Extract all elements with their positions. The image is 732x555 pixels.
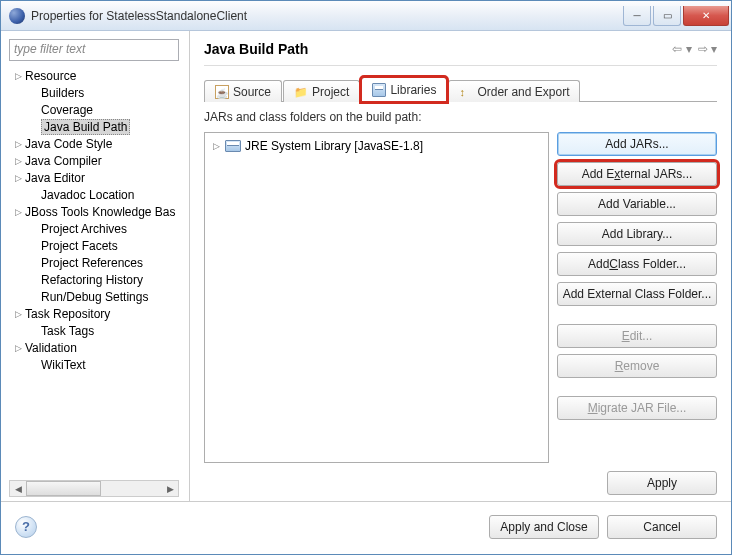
tree-item[interactable]: ▷Project References: [11, 254, 185, 271]
tree-item[interactable]: ▷Java Code Style: [11, 135, 185, 152]
libraries-icon: [372, 83, 386, 97]
tree-item-label: Task Repository: [25, 307, 110, 321]
tree-item-label: Project References: [41, 256, 143, 270]
twisty-icon[interactable]: ▷: [13, 309, 23, 319]
page-title: Java Build Path: [204, 41, 672, 57]
migrate-jar-button[interactable]: Migrate JAR File...: [557, 396, 717, 420]
tree-item-label: Project Facets: [41, 239, 118, 253]
tree-item-label: Task Tags: [41, 324, 94, 338]
tab-source[interactable]: Source: [204, 80, 282, 102]
filter-input[interactable]: type filter text: [9, 39, 179, 61]
category-tree[interactable]: ▷Resource▷Builders▷Coverage▷Java Build P…: [9, 67, 185, 476]
edit-button[interactable]: Edit...: [557, 324, 717, 348]
close-button[interactable]: ✕: [683, 6, 729, 26]
tree-item-label: JBoss Tools Knowledge Bas: [25, 205, 176, 219]
expand-icon[interactable]: ▷: [211, 141, 221, 151]
twisty-icon[interactable]: ▷: [13, 343, 23, 353]
tree-item[interactable]: ▷Builders: [11, 84, 185, 101]
tree-item[interactable]: ▷JBoss Tools Knowledge Bas: [11, 203, 185, 220]
add-external-jars-button[interactable]: Add External JARs...: [557, 162, 717, 186]
tree-item-label: Builders: [41, 86, 84, 100]
tree-item-label: Java Compiler: [25, 154, 102, 168]
tree-item-label: Coverage: [41, 103, 93, 117]
scroll-right-arrow[interactable]: ▶: [162, 484, 178, 494]
tree-item[interactable]: ▷WikiText: [11, 356, 185, 373]
help-button[interactable]: ?: [15, 516, 37, 538]
content-pane: Java Build Path ⇦ ▾ ⇨ ▾ Source Project L…: [189, 31, 731, 501]
build-path-description: JARs and class folders on the build path…: [204, 110, 717, 124]
properties-sidebar: type filter text ▷Resource▷Builders▷Cove…: [1, 31, 189, 501]
minimize-button[interactable]: ─: [623, 6, 651, 26]
tree-item[interactable]: ▷Project Facets: [11, 237, 185, 254]
tree-item-label: WikiText: [41, 358, 86, 372]
tree-item-label: Java Code Style: [25, 137, 112, 151]
tree-item[interactable]: ▷Run/Debug Settings: [11, 288, 185, 305]
tree-item-label: Validation: [25, 341, 77, 355]
tree-item-label: Project Archives: [41, 222, 127, 236]
tree-item-label: Run/Debug Settings: [41, 290, 148, 304]
forward-button[interactable]: ⇨ ▾: [698, 42, 717, 56]
cancel-button[interactable]: Cancel: [607, 515, 717, 539]
tree-item[interactable]: ▷Java Compiler: [11, 152, 185, 169]
add-variable-button[interactable]: Add Variable...: [557, 192, 717, 216]
twisty-icon[interactable]: ▷: [13, 139, 23, 149]
tree-item[interactable]: ▷Javadoc Location: [11, 186, 185, 203]
back-button[interactable]: ⇦ ▾: [672, 42, 691, 56]
twisty-icon[interactable]: ▷: [13, 71, 23, 81]
apply-and-close-button[interactable]: Apply and Close: [489, 515, 599, 539]
order-export-icon: [459, 85, 473, 99]
twisty-icon[interactable]: ▷: [13, 173, 23, 183]
add-jars-button[interactable]: Add JARs...: [557, 132, 717, 156]
tree-item-label: Java Build Path: [41, 119, 130, 135]
dialog-button-bar: ? Apply and Close Cancel: [1, 501, 731, 551]
tree-item[interactable]: ▷Project Archives: [11, 220, 185, 237]
maximize-button[interactable]: ▭: [653, 6, 681, 26]
classpath-tree[interactable]: ▷ JRE System Library [JavaSE-1.8]: [204, 132, 549, 463]
tab-libraries[interactable]: Libraries: [361, 77, 447, 102]
tree-item[interactable]: ▷Refactoring History: [11, 271, 185, 288]
tree-item[interactable]: ▷Validation: [11, 339, 185, 356]
tree-item[interactable]: ▷Java Build Path: [11, 118, 185, 135]
tree-item[interactable]: ▷Java Editor: [11, 169, 185, 186]
source-icon: [215, 85, 229, 99]
window-title: Properties for StatelessStandaloneClient: [31, 9, 621, 23]
add-library-button[interactable]: Add Library...: [557, 222, 717, 246]
scroll-thumb[interactable]: [26, 481, 101, 496]
eclipse-icon: [9, 8, 25, 24]
projects-icon: [294, 85, 308, 99]
twisty-icon[interactable]: ▷: [13, 207, 23, 217]
tab-bar: Source Project Libraries Order and Expor…: [204, 76, 717, 102]
window-titlebar: Properties for StatelessStandaloneClient…: [1, 1, 731, 31]
tree-item-label: Javadoc Location: [41, 188, 134, 202]
tree-item[interactable]: ▷Task Repository: [11, 305, 185, 322]
apply-button[interactable]: Apply: [607, 471, 717, 495]
tab-order-export[interactable]: Order and Export: [448, 80, 580, 102]
tab-projects[interactable]: Project: [283, 80, 360, 102]
twisty-icon[interactable]: ▷: [13, 156, 23, 166]
tree-item-label: Resource: [25, 69, 76, 83]
jre-system-library-entry[interactable]: ▷ JRE System Library [JavaSE-1.8]: [211, 139, 542, 153]
horizontal-scrollbar[interactable]: ◀ ▶: [9, 480, 179, 497]
add-external-class-folder-button[interactable]: Add External Class Folder...: [557, 282, 717, 306]
tree-item-label: Java Editor: [25, 171, 85, 185]
add-class-folder-button[interactable]: Add Class Folder...: [557, 252, 717, 276]
tree-item-label: Refactoring History: [41, 273, 143, 287]
tree-item[interactable]: ▷Coverage: [11, 101, 185, 118]
remove-button[interactable]: Remove: [557, 354, 717, 378]
scroll-left-arrow[interactable]: ◀: [10, 484, 26, 494]
library-icon: [225, 140, 241, 152]
tree-item[interactable]: ▷Task Tags: [11, 322, 185, 339]
tree-item[interactable]: ▷Resource: [11, 67, 185, 84]
